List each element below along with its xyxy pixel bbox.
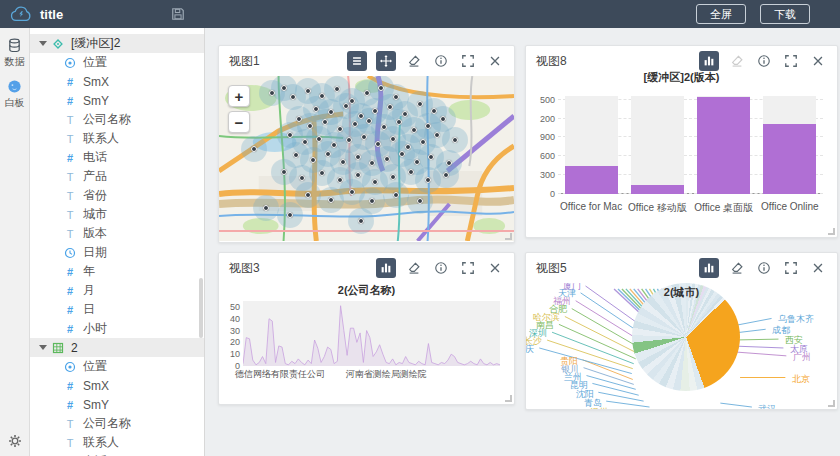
eraser-icon[interactable] <box>728 52 746 70</box>
close-icon[interactable] <box>486 52 504 70</box>
dataset-group-0[interactable]: [缓冲区]2 <box>30 34 204 53</box>
rail-item-board[interactable]: 白板 <box>0 69 29 110</box>
map-point-marker <box>293 152 299 158</box>
fullscreen-icon[interactable] <box>459 259 477 277</box>
map-point-marker <box>369 160 375 166</box>
field-type-txt-icon: T <box>64 133 76 145</box>
pie-chart: 乌鲁木齐成都西安太原广州北京武汉济南南京烟台温州青岛沈阳昆明兰州银川贵阳重庆长沙… <box>526 283 837 409</box>
dataset-icon <box>52 38 64 50</box>
field-item-联系人[interactable]: T联系人 <box>30 433 204 452</box>
fullscreen-icon[interactable] <box>782 259 800 277</box>
info-icon[interactable] <box>755 259 773 277</box>
field-type-num-icon: # <box>64 323 76 335</box>
pie-label-贵阳: 贵阳 <box>560 355 578 368</box>
map-point-marker <box>313 106 319 112</box>
map-point-marker <box>390 136 396 142</box>
field-item-月[interactable]: #月 <box>30 281 204 300</box>
settings-gear-icon[interactable] <box>8 434 22 448</box>
resize-handle[interactable] <box>505 395 512 402</box>
map-point-marker <box>355 154 361 160</box>
close-icon[interactable] <box>809 259 827 277</box>
field-item-城市[interactable]: T城市 <box>30 205 204 224</box>
app-logo-cloud-icon <box>10 6 32 22</box>
fullscreen-button[interactable]: 全屏 <box>696 4 746 24</box>
map-point-marker <box>346 137 352 143</box>
close-icon[interactable] <box>809 52 827 70</box>
eraser-icon[interactable] <box>405 259 423 277</box>
field-item-SmY[interactable]: #SmY <box>30 395 204 414</box>
map-point-marker <box>337 126 343 132</box>
dataset-group-1[interactable]: 2 <box>30 338 204 357</box>
resize-handle[interactable] <box>828 228 835 235</box>
field-item-SmY[interactable]: #SmY <box>30 91 204 110</box>
save-icon[interactable] <box>171 7 185 21</box>
map-point-marker <box>263 205 269 211</box>
field-item-公司名称[interactable]: T公司名称 <box>30 110 204 129</box>
eraser-icon[interactable] <box>728 259 746 277</box>
map-point-marker <box>396 119 402 125</box>
field-item-位置[interactable]: 位置 <box>30 357 204 376</box>
info-icon[interactable] <box>432 259 450 277</box>
map-zoom-in-button[interactable]: + <box>228 85 250 107</box>
card-view5: 视图5 2(城市) 乌鲁木齐成都西安太原广州北京武汉济南南京烟台温州青岛沈阳昆明… <box>525 252 838 410</box>
fullscreen-icon[interactable] <box>782 52 800 70</box>
field-item-联系人[interactable]: T联系人 <box>30 129 204 148</box>
field-type-txt-icon: T <box>64 190 76 202</box>
field-item-版本[interactable]: T版本 <box>30 224 204 243</box>
info-icon[interactable] <box>755 52 773 70</box>
map-point-marker <box>322 119 328 125</box>
collapse-triangle-icon[interactable] <box>39 41 47 46</box>
resize-handle[interactable] <box>828 400 835 407</box>
chart-icon[interactable] <box>699 258 719 278</box>
dataset-name: 2 <box>71 341 78 355</box>
map-point-marker <box>417 198 423 204</box>
eraser-icon[interactable] <box>405 52 423 70</box>
rail-item-data[interactable]: 数据 <box>0 28 29 69</box>
field-item-日[interactable]: #日 <box>30 300 204 319</box>
field-item-SmX[interactable]: #SmX <box>30 376 204 395</box>
download-button[interactable]: 下载 <box>760 4 810 24</box>
field-item-日期[interactable]: 日期 <box>30 243 204 262</box>
map-point-marker <box>381 124 387 130</box>
field-item-小时[interactable]: #小时 <box>30 319 204 338</box>
list-icon[interactable] <box>347 51 367 71</box>
close-icon[interactable] <box>486 259 504 277</box>
collapse-triangle-icon[interactable] <box>39 345 47 350</box>
resize-handle[interactable] <box>505 233 512 240</box>
x-category-label: Office for Mac <box>560 201 622 212</box>
field-item-公司名称[interactable]: T公司名称 <box>30 414 204 433</box>
map-point-marker <box>408 169 414 175</box>
pan-icon[interactable] <box>376 51 396 71</box>
card-view3: 视图3 2(公司名称) 01020304050 德信网络有限责任公司河南省测绘局… <box>218 252 515 405</box>
field-item-年[interactable]: #年 <box>30 262 204 281</box>
field-item-产品[interactable]: T产品 <box>30 167 204 186</box>
field-type-geo-icon <box>64 361 76 373</box>
y-tick-label: 300 <box>540 170 555 180</box>
bar-Office 移动版 <box>631 185 684 194</box>
map-point-marker <box>425 177 431 183</box>
map-view[interactable]: + − <box>219 76 514 241</box>
field-item-省份[interactable]: T省份 <box>30 186 204 205</box>
map-point-marker <box>305 88 311 94</box>
field-item-电话[interactable]: #电话 <box>30 148 204 167</box>
chart-icon[interactable] <box>376 258 396 278</box>
chart-icon[interactable] <box>699 51 719 71</box>
field-item-SmX[interactable]: #SmX <box>30 72 204 91</box>
page-title: title <box>40 7 63 22</box>
field-item-位置[interactable]: 位置 <box>30 53 204 72</box>
field-item-电话[interactable]: #电话 <box>30 452 204 456</box>
card-title: 视图1 <box>229 53 260 70</box>
info-icon[interactable] <box>432 52 450 70</box>
field-panel-scrollbar[interactable] <box>199 278 203 338</box>
field-type-txt-icon: T <box>64 171 76 183</box>
y-tick-label: 200 <box>540 114 555 124</box>
map-point-marker <box>393 192 399 198</box>
y-tick-label: 600 <box>540 151 555 161</box>
map-zoom-out-button[interactable]: − <box>228 111 250 133</box>
x-category-label: Office 移动版 <box>628 201 687 215</box>
map-point-marker <box>411 127 417 133</box>
field-type-txt-icon: T <box>64 228 76 240</box>
map-point-marker <box>319 93 325 99</box>
fullscreen-icon[interactable] <box>459 52 477 70</box>
field-name: SmY <box>83 94 109 108</box>
